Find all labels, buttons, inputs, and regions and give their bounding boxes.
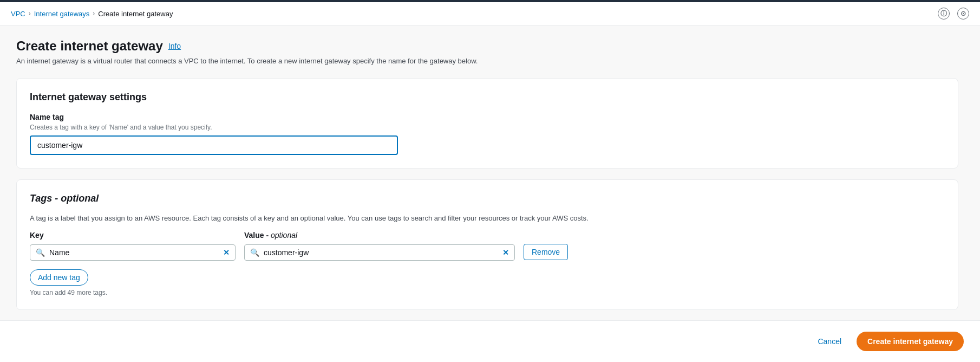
footer-actions: Cancel Create internet gateway <box>0 320 980 362</box>
page-title-row: Create internet gateway Info <box>16 38 958 54</box>
name-tag-label: Name tag <box>30 113 945 121</box>
tag-value-search-icon: 🔍 <box>250 248 259 257</box>
tags-header-row: Key Value - optional <box>30 231 945 242</box>
name-tag-field: Name tag Creates a tag with a key of 'Na… <box>30 113 945 155</box>
breadcrumb-sep-1: › <box>29 10 31 17</box>
tags-title: Tags - optional <box>30 193 945 204</box>
tag-value-wrapper: 🔍 ✕ <box>244 244 515 261</box>
info-circle-icon[interactable]: ⓘ <box>938 8 950 20</box>
top-icon-group: ⓘ ⊙ <box>938 8 969 20</box>
page-description: An internet gateway is a virtual router … <box>16 57 958 65</box>
tag-value-input[interactable] <box>264 248 498 257</box>
gateway-settings-card: Internet gateway settings Name tag Creat… <box>16 78 958 169</box>
breadcrumb-vpc[interactable]: VPC <box>11 10 25 18</box>
gateway-settings-title: Internet gateway settings <box>30 92 945 103</box>
page-title: Create internet gateway <box>16 38 163 54</box>
tag-row: 🔍 ✕ 🔍 ✕ Remove <box>30 244 945 261</box>
cancel-button[interactable]: Cancel <box>809 333 850 350</box>
breadcrumb: VPC › Internet gateways › Create interne… <box>0 2 980 25</box>
key-column-label: Key <box>30 231 236 240</box>
name-tag-input[interactable] <box>30 135 398 155</box>
remove-tag-button[interactable]: Remove <box>524 244 568 260</box>
settings-icon[interactable]: ⊙ <box>957 8 969 20</box>
tag-key-search-icon: 🔍 <box>36 248 45 257</box>
tag-key-input[interactable] <box>49 248 219 257</box>
tags-remaining: You can add 49 more tags. <box>30 289 945 296</box>
create-internet-gateway-button[interactable]: Create internet gateway <box>857 332 964 351</box>
breadcrumb-current: Create internet gateway <box>98 10 173 18</box>
tag-key-wrapper: 🔍 ✕ <box>30 244 236 261</box>
info-link[interactable]: Info <box>168 42 181 50</box>
breadcrumb-sep-2: › <box>93 10 95 17</box>
tags-description: A tag is a label that you assign to an A… <box>30 214 945 222</box>
name-tag-hint: Creates a tag with a key of 'Name' and a… <box>30 124 945 131</box>
add-new-tag-button[interactable]: Add new tag <box>30 269 88 286</box>
breadcrumb-internet-gateways[interactable]: Internet gateways <box>34 10 90 18</box>
tag-key-clear-icon[interactable]: ✕ <box>223 248 230 257</box>
tags-card: Tags - optional A tag is a label that yo… <box>16 179 958 310</box>
value-column-label: Value - optional <box>244 231 515 240</box>
tag-value-clear-icon[interactable]: ✕ <box>502 248 509 257</box>
